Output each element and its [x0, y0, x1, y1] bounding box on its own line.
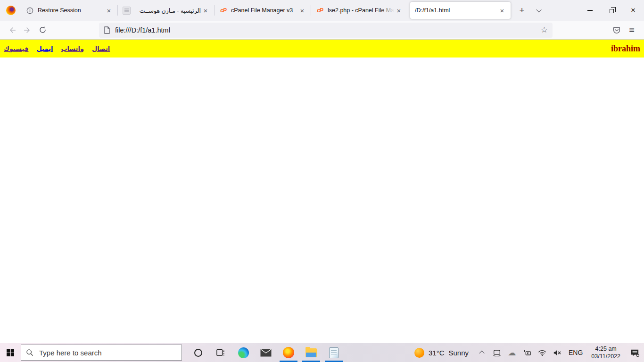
restore-button[interactable] — [601, 0, 622, 21]
tab-title: lse2.php - cPanel File Manage — [328, 7, 394, 14]
wifi-icon — [538, 349, 546, 356]
nav-link-whatsapp[interactable]: واتساب — [61, 45, 84, 52]
tab-title: /D:/f1/a1.html — [415, 7, 497, 14]
search-placeholder: Type here to search — [39, 349, 102, 357]
notepad-icon — [329, 347, 339, 358]
navigation-toolbar: file:///D:/f1/a1.html ☆ ≡ — [0, 21, 644, 40]
url-text: file:///D:/f1/a1.html — [115, 26, 541, 34]
file-explorer-button[interactable] — [300, 343, 322, 362]
taskbar-right: 31°C Sunny ☁ ENG 4:25 am 03/11/2022 — [409, 343, 644, 362]
tab-title: cPanel File Manager v3 — [231, 7, 297, 14]
cortana-button[interactable] — [187, 343, 209, 362]
page-content: فيسبوك ايميل واتساب اتصال ibrahim — [0, 40, 644, 343]
notification-icon — [630, 349, 639, 357]
close-icon[interactable]: × — [104, 6, 114, 15]
show-hidden-icons-button[interactable] — [474, 343, 489, 362]
clock-widget[interactable]: 4:25 am 03/11/2022 — [586, 345, 625, 361]
minimize-button[interactable] — [579, 0, 601, 21]
info-icon — [26, 7, 34, 15]
pocket-icon[interactable] — [609, 23, 624, 38]
edge-icon — [238, 347, 249, 358]
wifi-button[interactable] — [535, 343, 550, 362]
usb-eject-icon — [523, 349, 531, 356]
bookmark-star-icon[interactable]: ☆ — [541, 25, 548, 35]
back-button[interactable] — [5, 23, 20, 38]
forward-button[interactable] — [20, 23, 35, 38]
speaker-mute-icon — [553, 349, 561, 356]
tab-lse2-php[interactable]: cP lse2.php - cPanel File Manage × — [311, 0, 407, 21]
reload-button[interactable] — [35, 23, 50, 38]
meet-now-button[interactable] — [489, 343, 504, 362]
time: 4:25 am — [591, 345, 620, 353]
search-icon — [26, 349, 33, 356]
file-explorer-icon — [305, 348, 317, 357]
close-icon[interactable]: × — [201, 6, 210, 15]
restore-icon — [610, 9, 614, 13]
placeholder-favicon — [123, 7, 131, 15]
task-view-button[interactable] — [209, 343, 232, 362]
cpanel-icon: cP — [219, 7, 227, 15]
edge-button[interactable] — [232, 343, 255, 362]
cpanel-icon: cP — [316, 7, 324, 15]
close-icon[interactable]: × — [394, 6, 404, 15]
weather-widget[interactable]: 31°C Sunny — [409, 343, 474, 362]
cloud-icon: ☁ — [508, 348, 516, 357]
menu-hamburger-icon[interactable]: ≡ — [624, 23, 639, 38]
notepad-button[interactable] — [322, 343, 345, 362]
start-button[interactable] — [0, 343, 21, 362]
close-window-button[interactable]: × — [622, 0, 644, 21]
language-indicator[interactable]: ENG — [565, 349, 586, 356]
onedrive-button[interactable]: ☁ — [504, 343, 520, 362]
tab-title: Restore Session — [38, 7, 104, 14]
volume-muted-button[interactable] — [550, 343, 565, 362]
tab-restore-session[interactable]: Restore Session × — [21, 0, 117, 21]
nav-link-facebook[interactable]: فيسبوك — [4, 45, 28, 52]
taskbar-search-input[interactable]: Type here to search — [21, 345, 182, 361]
windows-logo-icon — [7, 349, 14, 356]
close-icon[interactable]: × — [297, 6, 307, 15]
tab-title: الرئيسية - مـازن هوســت — [134, 7, 201, 14]
temperature: 31°C — [429, 349, 445, 357]
notification-center-button[interactable] — [625, 343, 644, 362]
tab-list-dropdown[interactable] — [532, 3, 546, 17]
brand-text: ibrahim — [611, 44, 640, 54]
task-view-icon — [216, 348, 225, 357]
nav-links: فيسبوك ايميل واتساب اتصال — [4, 45, 110, 52]
remove-hardware-button[interactable] — [520, 343, 535, 362]
minimize-icon — [587, 10, 593, 10]
mail-button[interactable] — [255, 343, 277, 362]
close-icon[interactable]: × — [497, 6, 507, 15]
page-navbar: فيسبوك ايميل واتساب اتصال ibrahim — [0, 40, 644, 58]
firefox-icon[interactable] — [6, 6, 16, 15]
date: 03/11/2022 — [591, 353, 620, 360]
url-bar[interactable]: file:///D:/f1/a1.html ☆ — [99, 23, 553, 38]
nav-link-contact[interactable]: اتصال — [92, 45, 110, 52]
tab-bar: Restore Session × الرئيسية - مـازن هوســ… — [0, 0, 644, 21]
page-icon — [104, 26, 110, 34]
window-controls: × — [579, 0, 644, 21]
tab-mazen-host[interactable]: الرئيسية - مـازن هوســت × — [118, 0, 214, 21]
nav-link-email[interactable]: ايميل — [36, 45, 53, 52]
chevron-down-icon — [536, 7, 541, 12]
firefox-icon — [283, 347, 294, 358]
cortana-icon — [194, 349, 202, 357]
weather-condition: Sunny — [448, 349, 469, 357]
firefox-button[interactable] — [277, 343, 300, 362]
meet-now-icon — [493, 349, 501, 356]
windows-taskbar: Type here to search 31°C Sunny ☁ — [0, 343, 644, 362]
new-tab-button[interactable]: + — [515, 3, 529, 17]
tab-cpanel-file-manager[interactable]: cP cPanel File Manager v3 × — [215, 0, 311, 21]
chevron-up-icon — [479, 351, 484, 356]
tab-a1-html-active[interactable]: /D:/f1/a1.html × — [410, 2, 511, 19]
sunny-icon — [414, 348, 424, 358]
mail-icon — [260, 349, 272, 357]
